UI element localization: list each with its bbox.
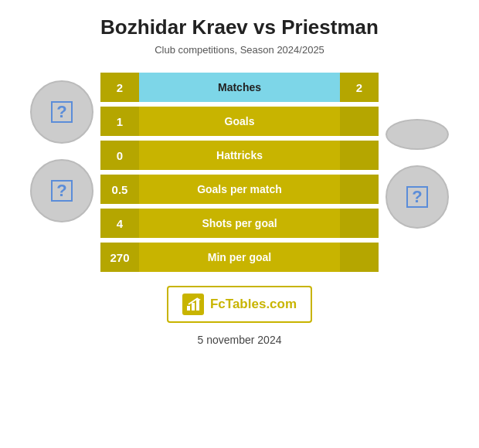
- left-avatar-bottom: ?: [30, 159, 93, 222]
- stats-column: 2Matches21Goals0Hattricks0.5Goals per ma…: [100, 73, 379, 272]
- comparison-area: ? ? 2Matches21Goals0Hattricks0.5Goals pe…: [23, 73, 456, 272]
- page-subtitle: Club competitions, Season 2024/2025: [155, 44, 324, 56]
- stat-right-hattricks: [340, 141, 379, 170]
- svg-rect-1: [192, 303, 195, 311]
- stat-label-hattricks: Hattricks: [139, 141, 340, 170]
- stat-label-matches: Matches: [139, 73, 340, 102]
- stat-right-min-per-goal: [340, 243, 379, 272]
- page-title: Bozhidar Kraev vs Priestman: [100, 15, 379, 39]
- left-avatar-icon2: ?: [51, 180, 73, 202]
- right-player-side: ?: [379, 73, 456, 229]
- stat-right-goals-per-match: [340, 175, 379, 204]
- logo-icon: [182, 294, 204, 315]
- stat-left-hattricks: 0: [100, 141, 139, 170]
- stat-label-shots-per-goal: Shots per goal: [139, 209, 340, 238]
- stat-label-goals: Goals: [139, 107, 340, 136]
- stat-left-goals: 1: [100, 107, 139, 136]
- stat-row-matches: 2Matches2: [100, 73, 379, 102]
- stat-row-min-per-goal: 270Min per goal: [100, 243, 379, 272]
- stat-row-shots-per-goal: 4Shots per goal: [100, 209, 379, 238]
- left-avatar-top: ?: [30, 80, 93, 144]
- stat-row-goals-per-match: 0.5Goals per match: [100, 175, 379, 204]
- stat-label-min-per-goal: Min per goal: [139, 243, 340, 272]
- stat-left-min-per-goal: 270: [100, 243, 139, 272]
- chart-icon: [185, 297, 201, 312]
- stat-right-matches: 2: [340, 73, 379, 102]
- svg-rect-2: [196, 300, 199, 311]
- left-player-side: ? ?: [23, 73, 100, 222]
- stat-right-shots-per-goal: [340, 209, 379, 238]
- stat-label-goals-per-match: Goals per match: [139, 175, 340, 204]
- stat-row-goals: 1Goals: [100, 107, 379, 136]
- logo-text-black: FcTables: [210, 297, 266, 311]
- right-avatar-top: [386, 119, 449, 150]
- stat-row-hattricks: 0Hattricks: [100, 141, 379, 170]
- logo-text-color: .com: [266, 297, 297, 311]
- right-avatar-icon: ?: [406, 186, 428, 208]
- stat-left-matches: 2: [100, 73, 139, 102]
- logo-area: FcTables.com: [167, 286, 312, 323]
- stat-left-shots-per-goal: 4: [100, 209, 139, 238]
- date-label: 5 november 2024: [198, 334, 282, 346]
- page: Bozhidar Kraev vs Priestman Club competi…: [0, 0, 479, 448]
- logo-box: FcTables.com: [167, 286, 312, 323]
- left-avatar-icon: ?: [51, 101, 73, 123]
- right-avatar-bottom: ?: [386, 165, 449, 229]
- stat-left-goals-per-match: 0.5: [100, 175, 139, 204]
- svg-rect-0: [187, 306, 190, 311]
- stat-right-goals: [340, 107, 379, 136]
- logo-text: FcTables.com: [210, 297, 297, 312]
